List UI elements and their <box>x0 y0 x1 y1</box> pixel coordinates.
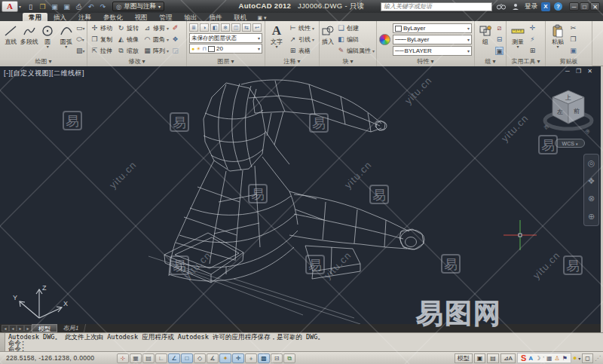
layer-prev-icon[interactable]: ↩ <box>253 23 262 32</box>
tab-insert[interactable]: 插入 <box>47 13 72 21</box>
ime-moon-icon[interactable]: ☽ <box>535 355 540 362</box>
layer-isolate-icon[interactable]: ◧ <box>210 23 219 32</box>
line-tool[interactable]: 直线 <box>2 22 20 57</box>
circle-tool[interactable]: 圆 ▾ <box>38 22 57 57</box>
fillet-tool[interactable]: ◠圆角▾ <box>142 34 170 44</box>
model-tab[interactable]: 模型 <box>32 324 57 332</box>
panel-label-clipboard[interactable]: 剪贴板 <box>546 58 592 66</box>
panel-label-properties[interactable]: 特性 ▾ <box>377 58 474 66</box>
tab-home[interactable]: 常用 <box>23 13 47 21</box>
panel-label-group[interactable]: 组 ▾ <box>475 58 506 66</box>
stretch-tool[interactable]: ⇱拉伸 <box>89 45 114 56</box>
copy-tool[interactable]: ❐复制 <box>89 34 114 44</box>
panel-label-block[interactable]: 块 ▾ <box>320 58 376 66</box>
command-line-grip[interactable] <box>0 333 5 351</box>
dynamic-input-toggle[interactable]: ✛ <box>232 353 244 363</box>
polyline-tool[interactable]: 多段线 <box>20 22 39 57</box>
group-select-icon[interactable]: ▣ <box>495 47 504 55</box>
copy-clip-icon[interactable]: ❐ <box>569 35 577 44</box>
close-button[interactable]: ✕ <box>590 2 600 11</box>
rectangle-tool-icon[interactable]: ▭▾ <box>76 24 84 32</box>
dynamic-ucs-toggle[interactable]: ✦ <box>219 353 231 363</box>
measure-tool[interactable]: 测量 ▾ <box>508 22 528 57</box>
object-snap-toggle[interactable]: □ <box>181 353 193 363</box>
panel-label-modify[interactable]: 修改 ▾ <box>87 58 186 66</box>
scale-tool[interactable]: ⧉缩放 <box>115 45 140 56</box>
plot-icon[interactable]: ⎙ <box>74 2 84 11</box>
move-tool[interactable]: ✢移动 <box>89 23 114 33</box>
panel-label-draw[interactable]: 绘图 ▾ <box>0 58 87 66</box>
tab-view[interactable]: 视图 <box>129 13 154 21</box>
create-block-tool[interactable]: ❑创建 <box>335 23 376 34</box>
ime-mode-icon[interactable]: A <box>528 355 533 362</box>
lineweight-dropdown[interactable]: ───ByLayer▾ <box>393 35 472 44</box>
redo-icon[interactable]: ↷ <box>98 2 108 11</box>
search-binoculars-icon[interactable] <box>496 2 507 11</box>
quick-properties-toggle[interactable]: ⊟ <box>271 353 283 363</box>
ortho-mode-toggle[interactable]: ∟ <box>155 353 167 363</box>
cut-icon[interactable]: ✂ <box>569 24 577 32</box>
autocad-logo-button[interactable]: A <box>2 1 18 12</box>
search-input[interactable] <box>381 2 492 11</box>
signin-user-icon[interactable] <box>510 2 521 11</box>
logo-dropdown-icon[interactable]: ▾ <box>19 4 21 9</box>
text-tool[interactable]: A 文字 ▾ <box>267 22 286 57</box>
tab-parametric[interactable]: 参数化 <box>97 13 129 21</box>
layout1-tab[interactable]: 布局1 <box>57 324 87 332</box>
edit-attrib-tool[interactable]: ✎编辑属性▾ <box>335 46 376 57</box>
color-wheel-icon[interactable] <box>379 34 390 45</box>
mirror-tool[interactable]: ◭镜像 <box>115 34 140 44</box>
snap-mode-toggle[interactable]: ▦ <box>130 353 142 363</box>
ellipse-tool-icon[interactable]: ⬭▾ <box>76 35 84 44</box>
linetype-dropdown[interactable]: ─ ─BYLAYER▾ <box>393 46 472 56</box>
layer-properties-icon[interactable]: ≣ <box>189 23 198 32</box>
quick-calc-icon[interactable]: ⊞ <box>528 47 537 55</box>
tab-plugins[interactable]: 插件 <box>204 13 228 21</box>
new-file-icon[interactable]: ▯ <box>26 2 35 11</box>
input-method-bar[interactable]: S A ☽ ’ ▦ ♙ ⚑ <box>517 353 571 363</box>
lineweight-toggle[interactable]: ＋ <box>245 353 257 363</box>
ime-punct-icon[interactable]: ’ <box>543 355 544 362</box>
workspace-switcher[interactable]: ◎ 草图与注释 ▾ <box>112 2 164 11</box>
undo-icon[interactable]: ↶ <box>86 2 96 11</box>
layer-freeze-icon[interactable]: ❄ <box>221 23 230 32</box>
object-snap-tracking-toggle[interactable]: ∡ <box>207 353 219 363</box>
minimize-button[interactable]: ─ <box>569 2 579 11</box>
tab-annotate[interactable]: 注释 <box>72 13 97 21</box>
transparency-toggle[interactable]: ▩ <box>258 353 270 363</box>
viewcube[interactable]: 上 左 前 西 南 <box>538 83 600 137</box>
fade-tool-icon[interactable]: ◲ <box>171 47 179 55</box>
ime-skin-icon[interactable]: ♙ <box>555 355 560 362</box>
layer-match-icon[interactable]: ⇆ <box>242 23 251 32</box>
annotation-scale-icon[interactable]: ⊿A <box>500 353 516 363</box>
grid-display-toggle[interactable]: ▤ <box>142 353 155 363</box>
save-icon[interactable]: ▣ <box>50 2 60 11</box>
save-as-icon[interactable]: ▣ <box>62 2 72 11</box>
drawing-canvas[interactable]: [-][自定义视图][二维线框] ─ ❐ ✕ <box>0 66 603 324</box>
ungroup-icon[interactable]: ⧄ <box>495 24 504 32</box>
panel-label-annotate[interactable]: 注释 ▾ <box>265 58 319 66</box>
open-file-icon[interactable]: ❐ <box>38 2 47 11</box>
wcs-dropdown[interactable]: WCS ▾ <box>555 139 585 148</box>
ribbon-options-icon[interactable]: ▣ ▾ <box>258 15 267 21</box>
maximize-button[interactable]: □ <box>580 2 589 11</box>
polar-tracking-toggle[interactable]: ∠ <box>168 353 180 363</box>
orbit-icon[interactable]: ⊕ <box>588 212 595 222</box>
paste-tool[interactable]: 粘贴 ▾ <box>547 22 568 57</box>
infer-constraints-toggle[interactable]: ⊹ <box>117 353 129 363</box>
performance-bulb-icon[interactable]: ● <box>573 354 577 362</box>
tab-manage[interactable]: 管理 <box>154 13 179 21</box>
hatch-tool-icon[interactable]: ▨▾ <box>76 47 84 55</box>
rotate-tool[interactable]: ↻旋转 <box>115 23 140 33</box>
edit-block-tool[interactable]: ◧编辑 <box>335 35 376 45</box>
layer-state-dropdown[interactable]: 未保存的图层状态▾ <box>189 33 262 43</box>
signin-label[interactable]: 登录 <box>525 2 537 11</box>
layer-lock-icon[interactable]: ◫ <box>231 23 240 32</box>
exchange-apps-icon[interactable]: X <box>541 2 550 11</box>
quick-view-drawings-icon[interactable]: ▤ <box>487 353 499 363</box>
quick-select-icon[interactable]: ⚡ <box>528 35 537 44</box>
sogou-icon[interactable]: S <box>521 353 526 362</box>
trim-tool[interactable]: ⊿修剪▾ <box>142 23 170 33</box>
clean-screen-icon[interactable]: ◻ <box>582 353 593 363</box>
tab-online[interactable]: 联机 <box>228 13 253 21</box>
